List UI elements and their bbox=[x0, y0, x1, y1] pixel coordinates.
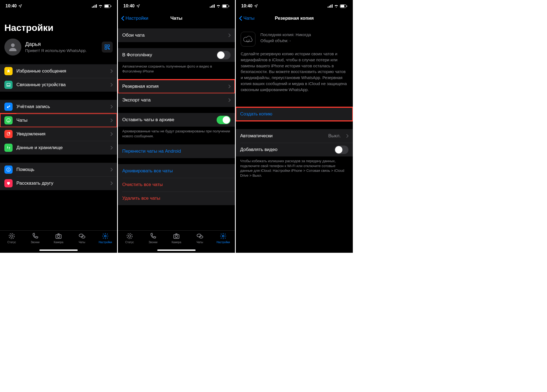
svg-point-25 bbox=[79, 234, 83, 237]
row-backup[interactable]: Резервная копия bbox=[118, 80, 235, 93]
footer-note: Чтобы избежать излишних расходов за пере… bbox=[236, 156, 353, 178]
row-archive-all[interactable]: Архивировать все чаты bbox=[118, 164, 235, 178]
row-label: Создать копию bbox=[240, 111, 348, 117]
row-keep-archived[interactable]: Оставить чаты в архиве bbox=[118, 113, 235, 127]
svg-point-21 bbox=[9, 233, 14, 239]
row-tell-friend[interactable]: Рассказать другу bbox=[0, 176, 117, 190]
row-label: Перенести чаты на Android bbox=[122, 149, 231, 154]
home-indicator[interactable] bbox=[157, 249, 196, 251]
row-move-android[interactable]: Перенести чаты на Android bbox=[118, 144, 235, 158]
row-label: Резервная копия bbox=[122, 84, 225, 89]
status-bar: 10:40 bbox=[236, 0, 353, 12]
svg-point-17 bbox=[9, 132, 10, 133]
profile-row[interactable]: Дарья Привет! Я использую WhatsApp. bbox=[0, 36, 117, 59]
svg-rect-34 bbox=[229, 5, 229, 7]
chevron-right-icon bbox=[110, 105, 113, 109]
toggle-save-media[interactable] bbox=[217, 51, 231, 59]
chevron-right-icon bbox=[228, 33, 231, 37]
row-label: Связанные устройства bbox=[16, 82, 107, 88]
status-bar: 10:40 bbox=[118, 0, 235, 12]
svg-point-27 bbox=[104, 235, 106, 237]
cellular-icon bbox=[210, 4, 215, 8]
tab-settings[interactable]: Настройки bbox=[94, 232, 117, 253]
row-notifications[interactable]: Уведомления bbox=[0, 127, 117, 141]
row-label: Архивировать все чаты bbox=[122, 168, 231, 174]
row-delete-all[interactable]: Удалить все чаты bbox=[118, 191, 235, 205]
row-label: Данные и хранилище bbox=[16, 145, 107, 150]
toggle-keep-archived[interactable] bbox=[217, 116, 231, 124]
wifi-icon bbox=[216, 4, 221, 8]
row-label: Добавлять видео bbox=[240, 147, 331, 152]
svg-rect-2 bbox=[95, 5, 95, 8]
status-icon bbox=[8, 233, 15, 240]
row-include-video[interactable]: Добавлять видео bbox=[236, 143, 353, 156]
svg-rect-13 bbox=[7, 83, 10, 86]
chevron-right-icon bbox=[228, 98, 231, 102]
back-button[interactable]: Чаты bbox=[238, 14, 255, 22]
svg-point-39 bbox=[197, 234, 201, 237]
phone-icon bbox=[149, 233, 156, 240]
notifications-icon bbox=[4, 130, 13, 138]
qr-button[interactable] bbox=[102, 42, 113, 53]
row-storage[interactable]: Данные и хранилище bbox=[0, 141, 117, 155]
qr-icon bbox=[104, 44, 110, 50]
chevron-right-icon bbox=[110, 132, 113, 136]
row-create-backup[interactable]: Создать копию bbox=[236, 107, 353, 121]
tab-settings[interactable]: Настройки bbox=[211, 232, 235, 253]
phone-icon bbox=[31, 233, 39, 240]
svg-rect-42 bbox=[328, 7, 328, 8]
svg-rect-28 bbox=[210, 7, 211, 8]
chevron-right-icon bbox=[228, 85, 231, 88]
home-indicator[interactable] bbox=[39, 249, 78, 251]
footer-note: Автоматически сохранять полученные фото … bbox=[118, 62, 235, 74]
row-help[interactable]: Помощь bbox=[0, 163, 117, 176]
row-export-chat[interactable]: Экспорт чата bbox=[118, 93, 235, 107]
svg-rect-5 bbox=[105, 5, 109, 7]
svg-point-22 bbox=[10, 235, 13, 237]
row-label: В Фотоплёнку bbox=[122, 52, 213, 58]
svg-rect-0 bbox=[92, 7, 93, 8]
tab-status[interactable]: Статус bbox=[0, 232, 24, 253]
page-title: Настройки bbox=[0, 12, 117, 36]
svg-rect-3 bbox=[96, 4, 97, 8]
avatar bbox=[4, 39, 21, 56]
laptop-icon bbox=[4, 81, 13, 89]
clock: 10:40 bbox=[5, 4, 17, 8]
svg-rect-1 bbox=[93, 6, 94, 8]
data-icon bbox=[4, 144, 13, 152]
row-save-to-camera-roll[interactable]: В Фотоплёнку bbox=[118, 48, 235, 62]
svg-rect-45 bbox=[332, 4, 333, 8]
battery-icon bbox=[104, 4, 112, 8]
row-label: Очистить все чаты bbox=[122, 182, 231, 187]
row-chats[interactable]: Чаты bbox=[0, 114, 117, 127]
heart-icon bbox=[4, 179, 13, 187]
status-icon bbox=[126, 233, 133, 240]
svg-point-7 bbox=[11, 43, 14, 47]
chevron-right-icon bbox=[110, 168, 113, 172]
svg-rect-31 bbox=[214, 4, 215, 8]
clock: 10:40 bbox=[241, 4, 252, 8]
status-bar: 10:40 bbox=[0, 0, 117, 12]
svg-rect-9 bbox=[108, 45, 109, 47]
row-wallpaper[interactable]: Обои чата bbox=[118, 28, 235, 42]
row-label: Учётная запись bbox=[16, 104, 107, 109]
svg-rect-20 bbox=[8, 169, 8, 169]
row-clear-all[interactable]: Очистить все чаты bbox=[118, 178, 235, 191]
row-account[interactable]: Учётная запись bbox=[0, 100, 117, 114]
row-auto-backup[interactable]: Автоматически Выкл. bbox=[236, 129, 353, 143]
svg-rect-12 bbox=[109, 49, 110, 50]
back-button[interactable]: Настройки bbox=[120, 14, 149, 22]
toggle-include-video[interactable] bbox=[334, 146, 348, 154]
row-starred[interactable]: Избранные сообщения bbox=[0, 64, 117, 78]
svg-rect-44 bbox=[330, 5, 331, 8]
camera-icon bbox=[55, 233, 62, 240]
location-icon bbox=[18, 4, 22, 8]
row-linked-devices[interactable]: Связанные устройства bbox=[0, 78, 117, 92]
gear-icon bbox=[102, 233, 109, 240]
tab-status[interactable]: Статус bbox=[118, 232, 141, 253]
total-size: Общий объём: - bbox=[260, 38, 311, 44]
profile-status: Привет! Я использую WhatsApp. bbox=[25, 48, 98, 53]
battery-icon bbox=[340, 4, 347, 8]
svg-point-41 bbox=[222, 235, 224, 237]
info-icon bbox=[4, 165, 13, 174]
